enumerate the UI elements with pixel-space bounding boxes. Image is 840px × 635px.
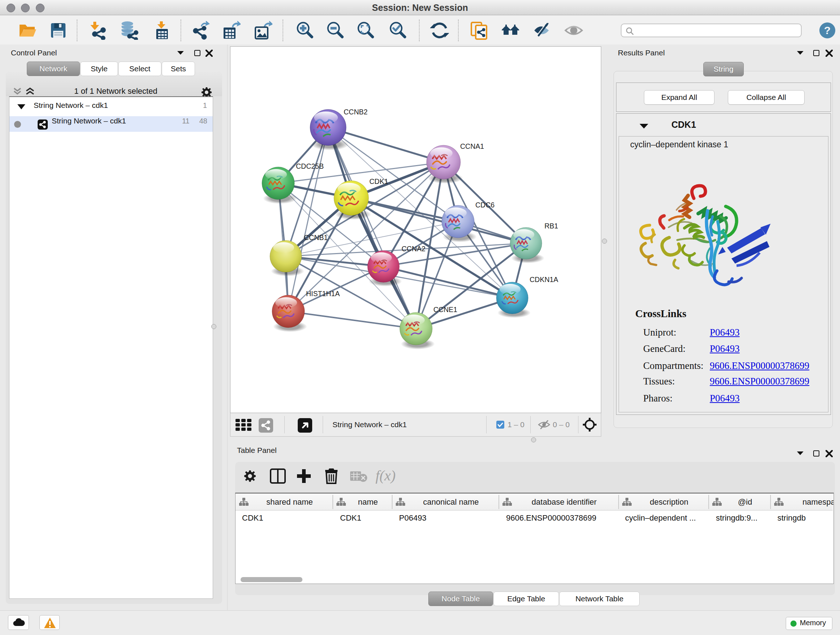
svg-text:CCNB1: CCNB1 bbox=[304, 233, 328, 241]
svg-text:CCNB2: CCNB2 bbox=[344, 108, 368, 116]
svg-text:HIST1H1A: HIST1H1A bbox=[306, 290, 340, 298]
svg-text:CDK1: CDK1 bbox=[369, 177, 388, 185]
svg-text:CCNA1: CCNA1 bbox=[460, 142, 484, 150]
svg-text:CCNA2: CCNA2 bbox=[401, 245, 425, 253]
svg-text:CDKN1A: CDKN1A bbox=[530, 276, 558, 283]
svg-text:CDC6: CDC6 bbox=[475, 201, 494, 209]
svg-text:CDC25B: CDC25B bbox=[296, 162, 324, 170]
svg-text:?: ? bbox=[824, 24, 831, 36]
svg-text:RB1: RB1 bbox=[545, 222, 558, 230]
svg-text:CCNE1: CCNE1 bbox=[433, 306, 457, 314]
